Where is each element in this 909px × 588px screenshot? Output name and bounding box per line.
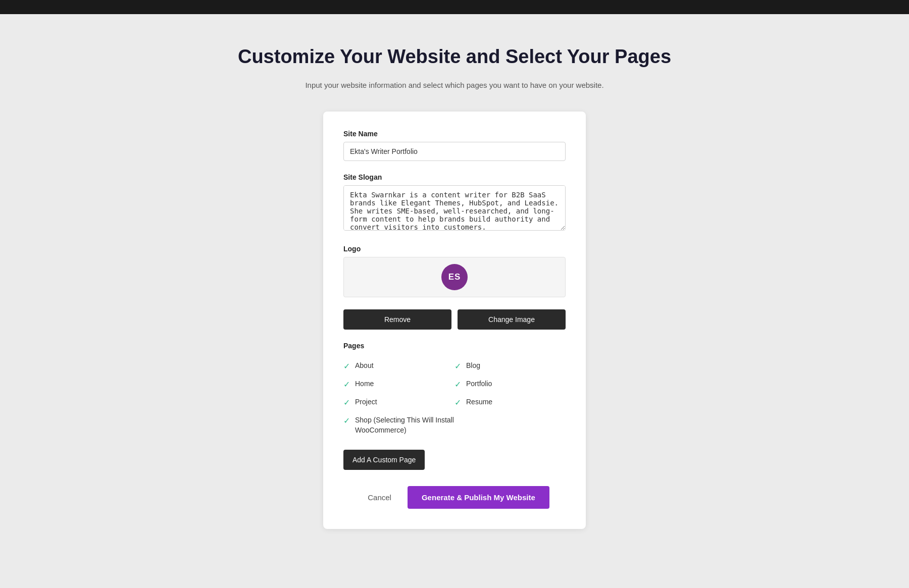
logo-avatar: ES: [441, 264, 468, 290]
pages-label: Pages: [343, 342, 566, 350]
form-card: Site Name Site Slogan Logo ES Remove Cha…: [323, 112, 586, 528]
page-title: Customize Your Website and Select Your P…: [238, 44, 671, 69]
page-item-shop[interactable]: ✓ Shop (Selecting This Will Install WooC…: [343, 411, 454, 439]
page-label-blog: Blog: [466, 361, 480, 371]
page-item-portfolio[interactable]: ✓ Portfolio: [454, 375, 566, 393]
add-custom-page-button[interactable]: Add A Custom Page: [343, 450, 425, 470]
page-label-about: About: [355, 361, 374, 371]
pages-section: Pages ✓ About ✓ Blog ✓ Home ✓: [343, 342, 566, 486]
page-label-portfolio: Portfolio: [466, 379, 492, 389]
page-label-home: Home: [355, 379, 374, 389]
site-name-input[interactable]: [343, 142, 566, 161]
change-image-button[interactable]: Change Image: [458, 309, 566, 330]
cancel-button[interactable]: Cancel: [360, 488, 399, 507]
check-icon-portfolio: ✓: [454, 380, 461, 389]
logo-group: Logo ES: [343, 245, 566, 297]
check-icon-project: ✓: [343, 398, 350, 407]
page-subtitle: Input your website information and selec…: [305, 79, 603, 91]
check-icon-shop: ✓: [343, 416, 350, 425]
logo-preview: ES: [343, 257, 566, 297]
check-icon-resume: ✓: [454, 398, 461, 407]
page-label-resume: Resume: [466, 397, 492, 407]
check-icon-home: ✓: [343, 380, 350, 389]
pages-grid: ✓ About ✓ Blog ✓ Home ✓ Portfolio: [343, 357, 566, 439]
generate-publish-button[interactable]: Generate & Publish My Website: [408, 486, 549, 509]
check-icon-blog: ✓: [454, 361, 461, 371]
site-slogan-group: Site Slogan: [343, 173, 566, 233]
page-item-home[interactable]: ✓ Home: [343, 375, 454, 393]
site-name-group: Site Name: [343, 130, 566, 161]
check-icon-about: ✓: [343, 361, 350, 371]
page-label-shop: Shop (Selecting This Will Install WooCom…: [355, 415, 454, 435]
page-item-project[interactable]: ✓ Project: [343, 393, 454, 411]
site-name-label: Site Name: [343, 130, 566, 138]
logo-buttons: Remove Change Image: [343, 309, 566, 330]
top-bar: [0, 0, 909, 14]
logo-label: Logo: [343, 245, 566, 253]
page-item-resume[interactable]: ✓ Resume: [454, 393, 566, 411]
page-wrapper: Customize Your Website and Select Your P…: [0, 14, 909, 559]
footer-buttons: Cancel Generate & Publish My Website: [343, 486, 566, 509]
site-slogan-label: Site Slogan: [343, 173, 566, 181]
page-item-blog[interactable]: ✓ Blog: [454, 357, 566, 375]
page-label-project: Project: [355, 397, 377, 407]
page-item-about[interactable]: ✓ About: [343, 357, 454, 375]
site-slogan-input[interactable]: [343, 185, 566, 231]
remove-button[interactable]: Remove: [343, 309, 451, 330]
